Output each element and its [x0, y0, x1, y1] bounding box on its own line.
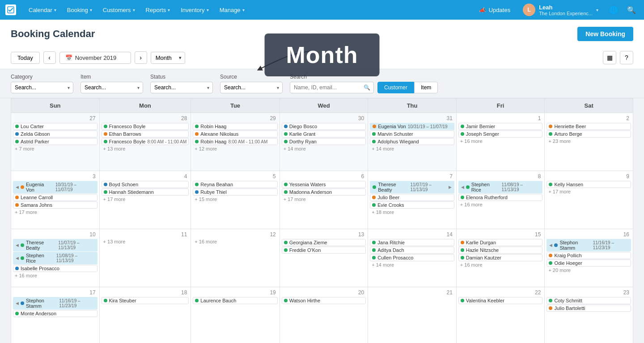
more-events-link[interactable]: + 14 more: [370, 262, 454, 268]
booking-event[interactable]: Damian Kautzer: [458, 254, 543, 261]
more-events-link[interactable]: + 16 more: [458, 138, 543, 144]
calendar-day[interactable]: 7Therese Beatty11/07/19 – 11/13/19▶Julio…: [368, 171, 457, 229]
nav-customers[interactable]: Customers ▾: [97, 0, 140, 20]
calendar-day[interactable]: 6Yessenia WatersMadonna Anderson+ 17 mor…: [280, 171, 368, 229]
booking-event[interactable]: Monte Anderson: [13, 310, 97, 317]
calendar-day[interactable]: 30Diego BoscoKarlie GrantDorthy Ryan+ 14…: [280, 113, 368, 171]
search-icon[interactable]: 🔍: [624, 3, 639, 17]
calendar-day[interactable]: 3◀Eugenia Von10/31/19 – 11/07/19Leanne C…: [11, 171, 100, 229]
more-events-link[interactable]: + 16 more: [458, 201, 543, 208]
calendar-day[interactable]: 12+ 16 more: [191, 229, 280, 287]
booking-event[interactable]: Rubye Thiel: [193, 188, 277, 196]
booking-event[interactable]: Dorthy Ryan: [282, 138, 366, 145]
booking-event[interactable]: Julio Beer: [370, 194, 454, 201]
more-events-link[interactable]: + 17 more: [282, 196, 366, 202]
item-select[interactable]: Search...: [80, 82, 143, 93]
booking-event[interactable]: Ethan Barrows: [102, 130, 189, 138]
more-events-link[interactable]: + 18 more: [370, 209, 454, 215]
calendar-day[interactable]: 2Henriette BeerArturo Berge+ 23 more: [545, 113, 633, 171]
booking-event[interactable]: Coty Schmitt: [547, 297, 631, 304]
calendar-day[interactable]: 1Jamir BernierJoseph Senger+ 16 more: [456, 113, 545, 171]
booking-event[interactable]: Kira Steuber: [102, 297, 189, 304]
booking-event[interactable]: Astrid Parker: [13, 138, 97, 145]
multi-day-event[interactable]: Therese Beatty11/07/19 – 11/13/19▶: [370, 181, 454, 193]
calendar-day[interactable]: 21: [368, 287, 457, 343]
booking-event[interactable]: Yessenia Waters: [282, 181, 366, 188]
more-events-link[interactable]: + 12 more: [193, 146, 277, 152]
calendar-day[interactable]: 23Coty SchmittJulio Bartoletti: [545, 287, 633, 343]
source-select[interactable]: Search...: [220, 82, 283, 93]
more-events-link[interactable]: + 13 more: [102, 146, 189, 152]
calendar-day[interactable]: 5Reyna BeahanRubye Thiel+ 15 more: [191, 171, 280, 229]
booking-event[interactable]: Isabelle Prosacco: [13, 265, 97, 272]
multi-day-event[interactable]: ◀Eugenia Von10/31/19 – 11/07/19: [13, 181, 97, 193]
booking-event[interactable]: Francesco Boyle: [102, 123, 189, 130]
booking-event[interactable]: Madonna Anderson: [282, 188, 366, 196]
multi-day-event[interactable]: ◀Stephen Rice11/08/19 – 11/13/19: [458, 181, 543, 193]
booking-event[interactable]: Freddie O'Kon: [282, 247, 366, 254]
calendar-day[interactable]: 13Georgiana ZiemeFreddie O'Kon: [280, 229, 368, 287]
updates-button[interactable]: 📣 Updates: [475, 0, 515, 20]
more-events-link[interactable]: + 16 more: [13, 272, 97, 279]
booking-event[interactable]: Karlie Grant: [282, 130, 366, 138]
app-logo[interactable]: [5, 4, 16, 15]
booking-event[interactable]: Diego Bosco: [282, 123, 366, 130]
calendar-day[interactable]: 27Lou CarterZelda GibsonAstrid Parker+ 7…: [11, 113, 100, 171]
calendar-day[interactable]: 17◀Stephon Stamm11/16/19 – 11/23/19Monte…: [11, 287, 100, 343]
new-booking-button[interactable]: New Booking: [577, 27, 633, 41]
calendar-day[interactable]: 9Kelly Hansen+ 17 more: [545, 171, 633, 229]
search-input[interactable]: [290, 82, 374, 93]
booking-event[interactable]: Elenora Rutherford: [458, 194, 543, 201]
booking-event[interactable]: Zelda Gibson: [13, 130, 97, 138]
booking-event[interactable]: Adolphus Wiegand: [370, 138, 454, 145]
more-events-link[interactable]: + 14 more: [282, 146, 366, 152]
more-events-link[interactable]: + 17 more: [13, 209, 97, 215]
prev-month-button[interactable]: ‹: [43, 51, 56, 64]
booking-event[interactable]: Robin Haag8:00 AM - 11:00 AM: [193, 138, 277, 145]
booking-event[interactable]: Samara Johns: [13, 201, 97, 209]
booking-event[interactable]: Georgiana Zieme: [282, 239, 366, 246]
calendar-day[interactable]: 19Laurence Bauch: [191, 287, 280, 343]
multi-day-event[interactable]: ◀Stephon Stamm11/16/19 – 11/23/19: [547, 239, 631, 251]
nav-reports[interactable]: Reports ▾: [140, 0, 176, 20]
booking-event[interactable]: Hannah Stiedemann: [102, 188, 189, 196]
booking-event[interactable]: Laurence Bauch: [193, 297, 277, 304]
category-select[interactable]: Search...: [11, 82, 73, 93]
calendar-day[interactable]: 28Francesco BoyleEthan BarrowsFrancesco …: [99, 113, 191, 171]
booking-event[interactable]: Julio Bartoletti: [547, 305, 631, 312]
more-events-link[interactable]: + 17 more: [547, 188, 631, 195]
calendar-day[interactable]: 16◀Stephon Stamm11/16/19 – 11/23/19Kraig…: [545, 229, 633, 287]
booking-event[interactable]: Odie Hoeger: [547, 259, 631, 267]
multi-day-event[interactable]: ◀Stephon Stamm11/16/19 – 11/23/19: [13, 297, 97, 310]
view-select[interactable]: Month Week Day: [151, 52, 185, 64]
more-events-link[interactable]: + 16 more: [193, 238, 277, 245]
nav-inventory[interactable]: Inventory ▾: [175, 0, 214, 20]
booking-event[interactable]: Watson Hirthe: [282, 297, 366, 304]
status-select[interactable]: Search...: [150, 82, 213, 93]
nav-manage[interactable]: Manage ▾: [214, 0, 250, 20]
more-events-link[interactable]: + 15 more: [193, 196, 277, 202]
multi-day-event[interactable]: Eugenia Von10/31/19 – 11/07/19: [370, 123, 454, 130]
booking-event[interactable]: Kraig Pollich: [547, 252, 631, 259]
booking-event[interactable]: Aditya Dach: [370, 247, 454, 254]
calendar-day[interactable]: 10◀Therese Beatty11/07/19 – 11/13/19◀Ste…: [11, 229, 100, 287]
booking-event[interactable]: Arturo Berge: [547, 130, 631, 138]
booking-event[interactable]: Leanne Carroll: [13, 194, 97, 201]
calendar-day[interactable]: 11+ 13 more: [99, 229, 191, 287]
globe-icon[interactable]: 🌐: [606, 3, 621, 17]
calendar-day[interactable]: 14Jana RitchieAditya DachCullen Prosacco…: [368, 229, 457, 287]
booking-event[interactable]: Lou Carter: [13, 123, 97, 130]
calendar-day[interactable]: 22Valentina Keebler: [456, 287, 545, 343]
booking-event[interactable]: Cullen Prosacco: [370, 254, 454, 261]
calendar-day[interactable]: 31Eugenia Von10/31/19 – 11/07/19Marvin S…: [368, 113, 457, 171]
calendar-day[interactable]: 18Kira Steuber: [99, 287, 191, 343]
more-events-link[interactable]: + 13 more: [102, 238, 189, 245]
item-toggle-button[interactable]: Item: [414, 82, 438, 93]
calendar-day[interactable]: 20Watson Hirthe: [280, 287, 368, 343]
customer-toggle-button[interactable]: Customer: [377, 82, 414, 93]
more-events-link[interactable]: + 14 more: [370, 146, 454, 152]
booking-event[interactable]: Alexane Nikolaus: [193, 130, 277, 138]
booking-event[interactable]: Karlie Durgan: [458, 239, 543, 246]
booking-event[interactable]: Joseph Senger: [458, 130, 543, 138]
booking-event[interactable]: Evie Crooks: [370, 201, 454, 209]
